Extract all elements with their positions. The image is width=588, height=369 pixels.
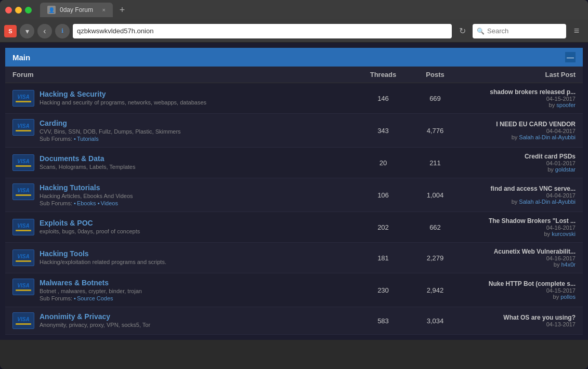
forum-info-cell: VISA Hacking & Security Hacking and secu… bbox=[12, 90, 357, 107]
forum-icon: VISA bbox=[12, 183, 34, 200]
last-post-title[interactable]: The Shadow Brokers "Lost ... bbox=[461, 217, 576, 225]
refresh-button[interactable]: ↻ bbox=[455, 24, 469, 38]
last-post-author[interactable]: kurcovski bbox=[552, 231, 576, 237]
forum-icon: VISA bbox=[12, 154, 34, 171]
visa-label: VISA bbox=[17, 254, 29, 259]
last-post-author[interactable]: spoofer bbox=[556, 102, 576, 108]
card-line bbox=[16, 194, 31, 196]
search-input[interactable] bbox=[473, 24, 566, 38]
last-post-by: by Salah al-Din al-Ayubbi bbox=[461, 134, 576, 140]
forum-title-link[interactable]: Malwares & Botnets bbox=[40, 279, 109, 287]
lastpost-col-header: Last Post bbox=[461, 71, 576, 78]
forum-container: Main — Forum Threads Posts Last Post VIS… bbox=[5, 48, 583, 335]
back-button[interactable]: ‹ bbox=[37, 24, 52, 38]
forum-title-link[interactable]: Hacking & Security bbox=[40, 90, 106, 98]
subforum-link[interactable]: Videos bbox=[98, 200, 118, 206]
forum-title-link[interactable]: Anonimity & Privacy bbox=[40, 312, 110, 321]
subforums: Sub Forums: Ebooks Videos bbox=[40, 200, 357, 206]
browser-menu-button[interactable]: ≡ bbox=[569, 24, 584, 38]
last-post-cell: I NEED EU CARD VENDOR 04-04-2017 by Sala… bbox=[461, 121, 576, 140]
forum-icon: VISA bbox=[12, 249, 34, 266]
last-post-author[interactable]: Salah al-Din al-Ayubbi bbox=[519, 134, 576, 140]
search-icon: 🔍 bbox=[477, 28, 485, 35]
threads-count: 343 bbox=[357, 127, 409, 135]
forum-title-link[interactable]: Hacking Tools bbox=[40, 249, 89, 258]
forum-col-header: Forum bbox=[12, 71, 357, 78]
last-post-cell: The Shadow Brokers "Lost ... 04-16-2017 … bbox=[461, 217, 576, 237]
main-section-header: Main — bbox=[5, 48, 583, 67]
last-post-title[interactable]: Credit card PSDs bbox=[461, 153, 576, 160]
table-row: VISA Documents & Data Scans, Holograms, … bbox=[5, 148, 583, 178]
last-post-title[interactable]: find and access VNC serve... bbox=[461, 185, 576, 192]
last-post-by: by Salah al-Din al-Ayubbi bbox=[461, 199, 576, 205]
last-post-cell: Acunetix Web Vulnerabilit... 04-16-2017 … bbox=[461, 248, 576, 268]
dropdown-button[interactable]: ▾ bbox=[20, 24, 34, 38]
card-line bbox=[16, 260, 31, 262]
new-tab-button[interactable]: + bbox=[115, 3, 129, 17]
visa-label: VISA bbox=[17, 283, 29, 288]
subforum-link[interactable]: Ebooks bbox=[74, 200, 96, 206]
close-window-button[interactable] bbox=[5, 7, 12, 14]
last-post-author[interactable]: goldstar bbox=[555, 166, 576, 173]
traffic-lights bbox=[5, 7, 32, 14]
forum-details: Hacking Tools Hacking/exploitation relat… bbox=[40, 249, 357, 265]
table-row: VISA Anonimity & Privacy Anonymity, priv… bbox=[5, 307, 583, 335]
last-post-title[interactable]: Acunetix Web Vulnerabilit... bbox=[461, 248, 576, 255]
forum-description: Hacking Articles, Ebooks And Videos bbox=[40, 193, 357, 199]
active-tab[interactable]: 👤 0day Forum × bbox=[40, 3, 113, 17]
posts-col-header: Posts bbox=[409, 71, 461, 78]
last-post-date: 04-15-2017 bbox=[461, 287, 576, 294]
posts-count: 3,034 bbox=[409, 317, 461, 325]
tab-title: 0day Forum bbox=[60, 6, 93, 14]
table-row: VISA Exploits & POC exploits, bugs, 0day… bbox=[5, 212, 583, 243]
tab-favicon: 👤 bbox=[47, 6, 56, 14]
last-post-author[interactable]: h4x0r bbox=[561, 261, 576, 268]
subforum-link[interactable]: Tutorials bbox=[74, 136, 99, 142]
column-headers: Forum Threads Posts Last Post bbox=[5, 67, 583, 83]
threads-col-header: Threads bbox=[357, 71, 409, 78]
maximize-window-button[interactable] bbox=[25, 7, 32, 14]
subforums: Sub Forums: Source Codes bbox=[40, 295, 357, 301]
forum-details: Exploits & POC exploits, bugs, 0days, pr… bbox=[40, 219, 357, 234]
last-post-author[interactable]: Salah al-Din al-Ayubbi bbox=[519, 199, 576, 205]
last-post-title[interactable]: I NEED EU CARD VENDOR bbox=[461, 121, 576, 128]
table-row: VISA Hacking Tools Hacking/exploitation … bbox=[5, 243, 583, 273]
forum-details: Malwares & Botnets Botnet , malwares, cr… bbox=[40, 279, 357, 301]
last-post-cell: find and access VNC serve... 04-04-2017 … bbox=[461, 185, 576, 205]
threads-count: 202 bbox=[357, 223, 409, 231]
tab-bar: 👤 0day Forum × + bbox=[40, 3, 129, 17]
last-post-date: 04-04-2017 bbox=[461, 192, 576, 199]
address-bar: S ▾ ‹ ℹ ↻ 🔍 ≡ bbox=[0, 20, 588, 43]
forum-title-link[interactable]: Exploits & POC bbox=[40, 219, 93, 227]
forum-description: Hacking and security of programs, networ… bbox=[40, 99, 357, 106]
last-post-cell: Nuke HTTP Bot (complete s... 04-15-2017 … bbox=[461, 280, 576, 300]
last-post-title[interactable]: shadow brokers released p... bbox=[461, 88, 576, 96]
last-post-author[interactable]: pollos bbox=[560, 294, 576, 300]
last-post-by: by h4x0r bbox=[461, 261, 576, 268]
forum-description: Scans, Holograms, Labels, Templates bbox=[40, 164, 357, 170]
posts-count: 669 bbox=[409, 95, 461, 102]
forum-title-link[interactable]: Carding bbox=[40, 119, 67, 127]
info-button[interactable]: ℹ bbox=[55, 24, 70, 38]
minimize-window-button[interactable] bbox=[15, 7, 22, 14]
forum-info-cell: VISA Malwares & Botnets Botnet , malware… bbox=[12, 279, 357, 301]
subforum-link[interactable]: Source Codes bbox=[74, 295, 113, 301]
card-line bbox=[16, 130, 31, 131]
browser-content: Main — Forum Threads Posts Last Post VIS… bbox=[0, 43, 588, 340]
last-post-date: 04-04-2017 bbox=[461, 128, 576, 134]
last-post-title[interactable]: Nuke HTTP Bot (complete s... bbox=[461, 280, 576, 287]
forum-description: CVV, Bins, SSN, DOB, Fullz, Dumps, Plast… bbox=[40, 128, 357, 135]
card-line bbox=[16, 101, 31, 102]
url-input[interactable] bbox=[73, 24, 452, 38]
forum-title-link[interactable]: Hacking Tutorials bbox=[40, 183, 100, 192]
threads-count: 20 bbox=[357, 159, 409, 167]
forum-title-link[interactable]: Documents & Data bbox=[40, 154, 104, 163]
threads-count: 583 bbox=[357, 317, 409, 325]
threads-count: 146 bbox=[357, 95, 409, 102]
last-post-by: by goldstar bbox=[461, 166, 576, 173]
last-post-cell: What OS are you using? 04-13-2017 bbox=[461, 314, 576, 327]
posts-count: 2,279 bbox=[409, 254, 461, 262]
section-minimize-button[interactable]: — bbox=[565, 52, 576, 62]
tab-close-button[interactable]: × bbox=[102, 7, 106, 13]
last-post-title[interactable]: What OS are you using? bbox=[461, 314, 576, 321]
